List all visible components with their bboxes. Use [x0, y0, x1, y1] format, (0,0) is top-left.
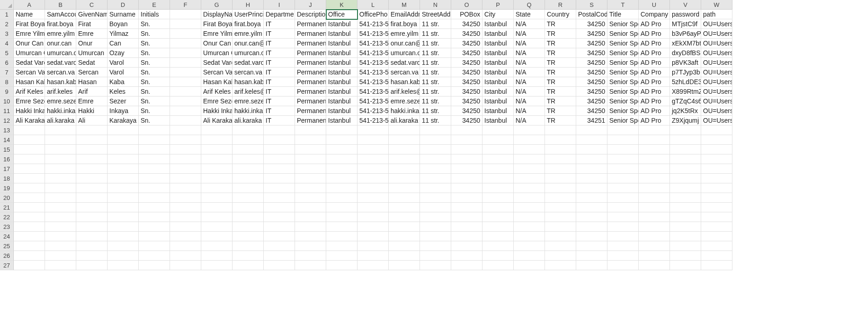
cell-B3[interactable]: emre.yilm	[45, 29, 76, 39]
cell-E12[interactable]: Sn.	[139, 116, 170, 125]
cell-U11[interactable]: AD Pro	[639, 106, 670, 116]
cell-R14[interactable]	[545, 135, 576, 145]
cell-Q9[interactable]: N/A	[514, 87, 545, 97]
cell-F15[interactable]	[170, 145, 201, 154]
cell-O8[interactable]: 34250	[451, 77, 482, 87]
cell-A23[interactable]	[14, 222, 45, 232]
cell-H20[interactable]	[233, 193, 264, 203]
cell-P7[interactable]: Istanbul	[482, 68, 514, 77]
cell-L4[interactable]: 541-213-5	[357, 39, 389, 48]
row-header-3[interactable]: 3	[0, 29, 14, 39]
cell-T13[interactable]	[607, 125, 639, 135]
cell-M25[interactable]	[389, 241, 420, 251]
cell-M11[interactable]: hakki.inka	[389, 106, 420, 116]
cell-N23[interactable]	[420, 222, 451, 232]
cell-B7[interactable]: sercan.va	[45, 68, 76, 77]
cell-S22[interactable]	[576, 212, 607, 222]
cell-U9[interactable]: AD Pro	[639, 87, 670, 97]
cell-N13[interactable]	[420, 125, 451, 135]
cell-H8[interactable]: hasan.kab	[233, 77, 264, 87]
cell-H4[interactable]: onur.can@	[233, 39, 264, 48]
cell-L6[interactable]: 541-213-5	[357, 58, 389, 68]
cell-D3[interactable]: Yilmaz	[108, 29, 139, 39]
spreadsheet-grid[interactable]: ABCDEFGHIJKLMNOPQRSTUVW1NameSamAccouGive…	[0, 0, 868, 270]
cell-P12[interactable]: Istanbul	[482, 116, 514, 125]
cell-M2[interactable]: firat.boya	[389, 19, 420, 29]
row-header-24[interactable]: 24	[0, 232, 14, 241]
cell-S13[interactable]	[576, 125, 607, 135]
cell-D22[interactable]	[108, 212, 139, 222]
cell-F10[interactable]	[170, 97, 201, 106]
cell-O18[interactable]	[451, 174, 482, 183]
cell-R16[interactable]	[545, 154, 576, 164]
cell-O12[interactable]: 34250	[451, 116, 482, 125]
cell-T21[interactable]	[607, 203, 639, 212]
cell-C24[interactable]	[76, 232, 108, 241]
cell-V5[interactable]: dxyD8fBS	[670, 48, 701, 58]
cell-L8[interactable]: 541-213-5	[357, 77, 389, 87]
cell-T20[interactable]	[607, 193, 639, 203]
cell-I1[interactable]: Departme	[264, 10, 295, 19]
cell-F13[interactable]	[170, 125, 201, 135]
cell-K1[interactable]: Office	[326, 10, 357, 19]
cell-I10[interactable]: IT	[264, 97, 295, 106]
cell-L27[interactable]	[357, 261, 389, 270]
cell-K18[interactable]	[326, 174, 357, 183]
cell-T7[interactable]: Senior Spe	[607, 68, 639, 77]
cell-T2[interactable]: Senior Spe	[607, 19, 639, 29]
cell-J21[interactable]	[295, 203, 326, 212]
cell-O19[interactable]	[451, 183, 482, 193]
cell-B15[interactable]	[45, 145, 76, 154]
cell-D9[interactable]: Keles	[108, 87, 139, 97]
cell-R22[interactable]	[545, 212, 576, 222]
cell-I6[interactable]: IT	[264, 58, 295, 68]
cell-G21[interactable]	[201, 203, 233, 212]
cell-V22[interactable]	[670, 212, 701, 222]
cell-G14[interactable]	[201, 135, 233, 145]
cell-W24[interactable]	[701, 232, 732, 241]
cell-C25[interactable]	[76, 241, 108, 251]
cell-Q22[interactable]	[514, 212, 545, 222]
cell-V9[interactable]: X899RtmZ	[670, 87, 701, 97]
cell-Q20[interactable]	[514, 193, 545, 203]
cell-W23[interactable]	[701, 222, 732, 232]
cell-B4[interactable]: onur.can	[45, 39, 76, 48]
cell-Q2[interactable]: N/A	[514, 19, 545, 29]
cell-F20[interactable]	[170, 193, 201, 203]
cell-M4[interactable]: onur.can@	[389, 39, 420, 48]
cell-N20[interactable]	[420, 193, 451, 203]
cell-G11[interactable]: Hakki Inka	[201, 106, 233, 116]
cell-N16[interactable]	[420, 154, 451, 164]
cell-O2[interactable]: 34250	[451, 19, 482, 29]
cell-M16[interactable]	[389, 154, 420, 164]
cell-M22[interactable]	[389, 212, 420, 222]
cell-V16[interactable]	[670, 154, 701, 164]
cell-S7[interactable]: 34250	[576, 68, 607, 77]
cell-U13[interactable]	[639, 125, 670, 135]
cell-N3[interactable]: 11 str.	[420, 29, 451, 39]
cell-R27[interactable]	[545, 261, 576, 270]
cell-M27[interactable]	[389, 261, 420, 270]
cell-A7[interactable]: Sercan Va	[14, 68, 45, 77]
cell-P24[interactable]	[482, 232, 514, 241]
cell-D18[interactable]	[108, 174, 139, 183]
cell-I20[interactable]	[264, 193, 295, 203]
cell-B1[interactable]: SamAccou	[45, 10, 76, 19]
cell-C14[interactable]	[76, 135, 108, 145]
cell-E1[interactable]: Initials	[139, 10, 170, 19]
cell-A4[interactable]: Onur Can	[14, 39, 45, 48]
cell-W25[interactable]	[701, 241, 732, 251]
col-header-B[interactable]: B	[45, 0, 76, 10]
cell-D10[interactable]: Sezer	[108, 97, 139, 106]
row-header-26[interactable]: 26	[0, 251, 14, 261]
cell-R17[interactable]	[545, 164, 576, 174]
col-header-I[interactable]: I	[264, 0, 295, 10]
cell-R8[interactable]: TR	[545, 77, 576, 87]
cell-F6[interactable]	[170, 58, 201, 68]
cell-Q24[interactable]	[514, 232, 545, 241]
cell-A21[interactable]	[14, 203, 45, 212]
row-header-11[interactable]: 11	[0, 106, 14, 116]
cell-L3[interactable]: 541-213-5	[357, 29, 389, 39]
cell-A25[interactable]	[14, 241, 45, 251]
cell-P2[interactable]: Istanbul	[482, 19, 514, 29]
